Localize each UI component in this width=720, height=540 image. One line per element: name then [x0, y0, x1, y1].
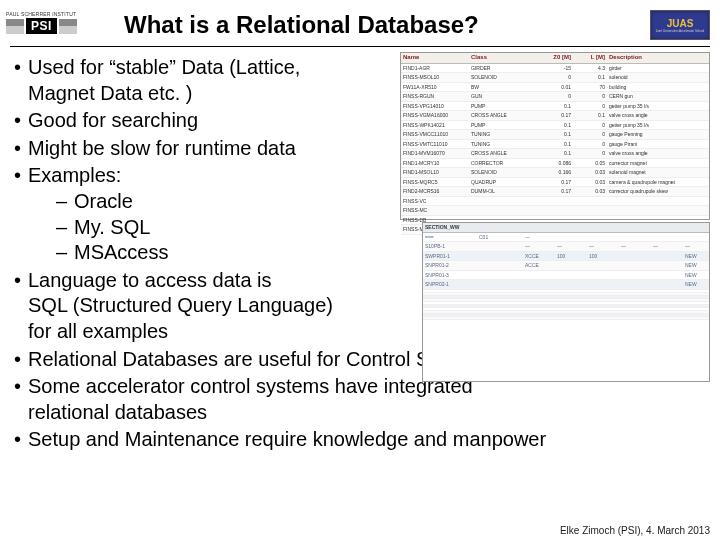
table-header-cell [683, 223, 709, 232]
table-cell: 0.1 [539, 149, 573, 158]
table-header-row: Name Class Z0 [M] L [M] Description [401, 53, 709, 64]
table-cell [651, 252, 683, 261]
table-cell: SOLENOID [469, 168, 539, 177]
table-cell [683, 293, 709, 295]
table-cell [555, 280, 587, 289]
table-cell: getter pump 35 l/s [607, 121, 709, 130]
table-cell: QUADRUP [469, 178, 539, 187]
table-cell [555, 314, 587, 316]
table-cell [619, 233, 651, 242]
table-cell: SOLENOID [469, 73, 539, 82]
table-cell: 100 [555, 252, 587, 261]
table-cell: — [651, 242, 683, 251]
table-cell [477, 299, 523, 301]
table-cell: solenoid [607, 73, 709, 82]
table-cell [555, 296, 587, 298]
table-row: S10PB-1—————— [423, 242, 709, 252]
psi-stripe-icon [6, 19, 24, 34]
table-cell [651, 314, 683, 316]
table-cell [573, 206, 607, 215]
table-cell [423, 299, 477, 301]
table-cell: FIND1-MCRY10 [401, 159, 469, 168]
table-cell: FINSS-VMCC11010 [401, 130, 469, 139]
table-cell: — [619, 242, 651, 251]
table-cell: SNPR02-1 [423, 280, 477, 289]
table-cell [555, 293, 587, 295]
table-cell [587, 271, 619, 280]
table-cell: 0.1 [539, 130, 573, 139]
table-cell: XCCE [523, 252, 555, 261]
table-cell [587, 293, 619, 295]
sample-table-1: Name Class Z0 [M] L [M] Description FIND… [400, 52, 710, 220]
bullet-text: Used for “stable” Data (Lattice,Magnet D… [28, 56, 300, 104]
table-row: FIND2-MCRS16DUMM-OL0.170.03corrector qua… [401, 187, 709, 197]
table-cell [683, 314, 709, 316]
table-cell [619, 261, 651, 270]
table-cell [573, 197, 607, 206]
table-cell [539, 206, 573, 215]
juas-logo-text: JUAS [667, 18, 694, 29]
table-cell [587, 299, 619, 301]
table-cell: 0.17 [539, 111, 573, 120]
table-cell [587, 261, 619, 270]
table-cell [683, 305, 709, 307]
table-cell [651, 311, 683, 313]
table-cell [523, 271, 555, 280]
table-cell: 0 [573, 92, 607, 101]
table-cell [619, 252, 651, 261]
table-cell [555, 311, 587, 313]
table-header-cell [523, 223, 555, 232]
table-cell: CORRECTOR [469, 159, 539, 168]
psi-logo: PAUL SCHERRER INSTITUT PSI [6, 11, 106, 39]
psi-logo-bar: PSI [6, 18, 106, 34]
table-cell: FINSS-MQRC5 [401, 178, 469, 187]
table-cell [477, 290, 523, 292]
table-cell [683, 290, 709, 292]
table-cell: FINSS-WPK14021 [401, 121, 469, 130]
table-cell [523, 317, 555, 319]
table-cell: girder [607, 64, 709, 73]
table-cell [523, 311, 555, 313]
table-cell [477, 305, 523, 307]
table-cell [423, 290, 477, 292]
table-cell [555, 261, 587, 270]
table-cell [651, 296, 683, 298]
table-row: FIND1-MCRY10CORRECTOR0.0860.05corrector … [401, 159, 709, 169]
table-cell: === [423, 233, 477, 242]
table-header-cell [587, 223, 619, 232]
table-cell: 0.05 [573, 159, 607, 168]
table-cell [477, 242, 523, 251]
table-cell: 0.1 [539, 140, 573, 149]
table-cell [523, 293, 555, 295]
table-cell [477, 296, 523, 298]
table-cell [555, 317, 587, 319]
table-cell [477, 317, 523, 319]
table-cell [477, 261, 523, 270]
table-cell [477, 293, 523, 295]
table-cell [619, 314, 651, 316]
table-cell: 0.01 [539, 83, 573, 92]
table-cell [587, 314, 619, 316]
table-cell: NEW [683, 271, 709, 280]
table-cell [587, 305, 619, 307]
table-cell [619, 271, 651, 280]
table-cell [619, 308, 651, 310]
table-cell [555, 308, 587, 310]
slide: PAUL SCHERRER INSTITUT PSI What is a Rel… [0, 0, 720, 540]
table-cell [523, 302, 555, 304]
table-cell [619, 280, 651, 289]
table-cell: PUMP [469, 121, 539, 130]
table-cell [619, 290, 651, 292]
table-row: FINSS-VMTC11010TUNING0.10gauge Pirani [401, 140, 709, 150]
table-cell [555, 299, 587, 301]
table-cell: 0.03 [573, 168, 607, 177]
table-cell: FINSS-MC [401, 206, 469, 215]
table-cell: — [587, 242, 619, 251]
table-cell [523, 299, 555, 301]
table-row [423, 317, 709, 320]
table-cell: SNPR01-3 [423, 271, 477, 280]
table-cell: 0.03 [573, 187, 607, 196]
table-row: FINSS-VGMA16000CROSS ANGLE0.170.1valve c… [401, 111, 709, 121]
table-cell: 0 [539, 73, 573, 82]
table-cell: CROSS ANGLE [469, 149, 539, 158]
